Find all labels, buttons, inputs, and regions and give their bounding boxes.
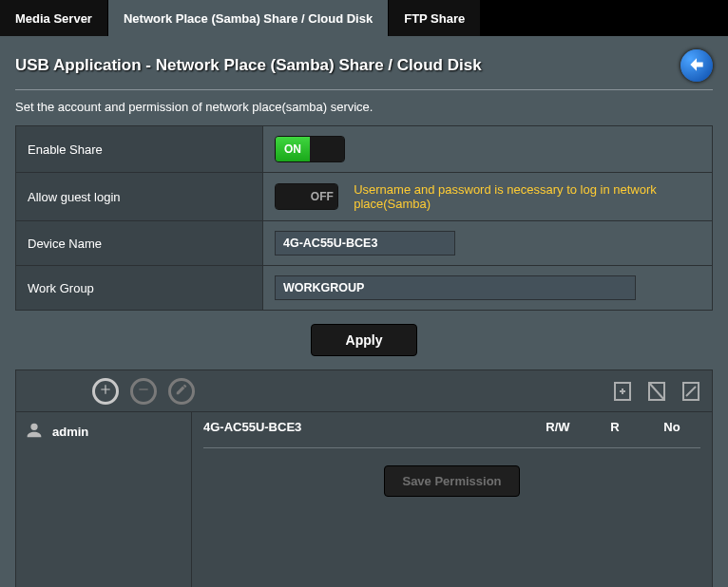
device-name-input[interactable]: [275, 231, 455, 256]
add-user-button[interactable]: [92, 378, 119, 405]
folder-permissions-pane: 4G-AC55U-BCE3 R/W R No Save Permission: [192, 412, 712, 587]
remove-folder-button[interactable]: [645, 378, 668, 405]
guest-login-hint: Username and password is necessary to lo…: [354, 182, 700, 211]
edit-user-button[interactable]: [168, 378, 195, 405]
row-label-allow-guest: Allow guest login: [16, 173, 263, 221]
user-name-label: admin: [52, 425, 88, 439]
tab-ftp-share[interactable]: FTP Share: [389, 0, 481, 36]
toggle-off-label: OFF: [307, 184, 338, 209]
remove-user-button[interactable]: [130, 378, 157, 405]
settings-table: Enable Share ON Allow guest login OFF Us…: [15, 125, 713, 311]
folder-minus-icon: [645, 393, 668, 407]
perm-col-r[interactable]: R: [586, 420, 643, 434]
folder-edit-icon: [680, 393, 702, 407]
folder-plus-icon: [611, 393, 634, 407]
page-description: Set the account and permission of networ…: [15, 100, 713, 114]
row-label-device-name: Device Name: [16, 221, 263, 266]
toggle-on-label: ON: [276, 137, 310, 161]
back-button[interactable]: [680, 49, 713, 82]
work-group-input[interactable]: [275, 275, 636, 300]
save-permission-button[interactable]: Save Permission: [384, 465, 519, 497]
toggle-knob-icon: [310, 137, 344, 161]
tab-samba-share[interactable]: Network Place (Samba) Share / Cloud Disk: [108, 0, 389, 36]
folder-row: 4G-AC55U-BCE3 R/W R No: [203, 420, 700, 448]
enable-share-toggle[interactable]: ON: [275, 136, 345, 162]
user-list-item[interactable]: admin: [16, 412, 191, 451]
add-folder-button[interactable]: [611, 378, 634, 405]
tab-media-server[interactable]: Media Server: [0, 0, 108, 36]
folder-name-label: 4G-AC55U-BCE3: [203, 420, 529, 434]
allow-guest-toggle[interactable]: OFF: [275, 183, 338, 210]
pencil-icon: [175, 383, 188, 399]
user-icon: [24, 420, 45, 444]
permissions-panel: admin 4G-AC55U-BCE3 R/W R No Save Permis…: [15, 369, 713, 587]
plus-icon: [99, 383, 112, 399]
tab-bar: Media Server Network Place (Samba) Share…: [0, 0, 728, 36]
perm-col-no[interactable]: No: [643, 420, 700, 434]
row-label-enable-share: Enable Share: [16, 126, 263, 173]
toggle-knob-icon: [276, 184, 307, 209]
permissions-toolbar: [16, 370, 712, 412]
row-label-work-group: Work Group: [16, 266, 263, 311]
user-list: admin: [16, 412, 192, 587]
page-title: USB Application - Network Place (Samba) …: [15, 56, 482, 75]
minus-icon: [137, 383, 150, 399]
apply-button[interactable]: Apply: [311, 324, 418, 356]
back-arrow-icon: [687, 55, 706, 77]
edit-folder-button[interactable]: [680, 378, 702, 405]
perm-col-rw[interactable]: R/W: [529, 420, 586, 434]
